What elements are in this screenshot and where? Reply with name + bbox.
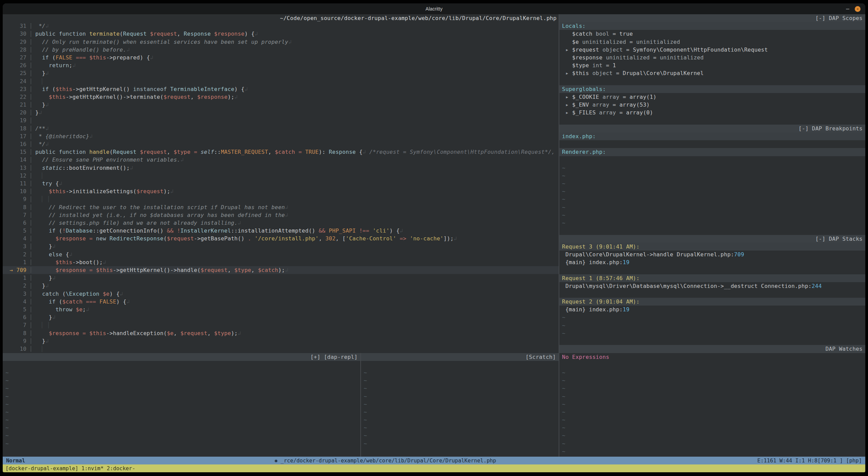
line-number: 30 [5, 30, 26, 38]
filler-line: ~ [559, 369, 865, 377]
dap-scopes-header[interactable]: [-] DAP Scopes [559, 14, 865, 22]
panel-row[interactable]: ▸ $_COOKIE array = array(1) [559, 93, 865, 101]
code-line[interactable]: 10 $this->initializeSettings($request);↲ [3, 187, 559, 195]
gutter-separator [26, 125, 35, 132]
code-line[interactable]: 17 * {@inheritdoc}↲ [3, 132, 559, 140]
code-line[interactable]: 20}↲ [3, 109, 559, 116]
code-line[interactable]: 28 // by preHandle() before.↲ [3, 46, 559, 54]
tilde-marker: ~ [562, 180, 565, 187]
filler-line: ~ [559, 392, 865, 400]
eol-marker-icon: ↲ [285, 212, 288, 218]
tmux-window-list[interactable]: 1:nvim* 2:docker- [82, 465, 135, 472]
code-text: $this->initializeSettings($request);↲ [35, 187, 559, 195]
panel-row[interactable]: ▸ $request object = Symfony\Component\Ht… [559, 46, 865, 54]
tilde-marker: ~ [364, 401, 367, 407]
panel-row[interactable]: ▸ $this object = Drupal\Core\DrupalKerne… [559, 69, 865, 77]
dap-stacks-body: Request 3 (9:01:41 AM): Drupal\Core\Drup… [559, 243, 865, 345]
dap-scopes-panel: [-] DAP Scopes Locals: $catch bool = tru… [559, 14, 865, 125]
dap-watches-panel: DAP Watches No Expressions~~~~~~~~~~~ [559, 345, 865, 457]
titlebar[interactable]: Alacritty – × [3, 3, 865, 14]
line-number: 14 [5, 156, 26, 164]
code-line[interactable]: 19 [3, 116, 559, 124]
blank-line [559, 156, 865, 164]
file-modified-icon: ✱ [274, 458, 277, 464]
eol-marker-icon: ↲ [89, 133, 93, 140]
code-line[interactable]: 25 }↲ [3, 69, 559, 77]
minimize-button[interactable]: – [846, 6, 849, 12]
gutter-separator [26, 46, 35, 54]
code-line[interactable]: 31 */↲ [3, 22, 559, 30]
eol-marker-icon: ↲ [39, 109, 42, 116]
blank-line [3, 361, 360, 369]
code-text: $response = $this->getHttpKernel()->hand… [35, 266, 559, 274]
code-line[interactable]: 5 throw $e;↲ [3, 306, 559, 313]
code-line[interactable]: 4 if ($catch === FALSE) {↲ [3, 298, 559, 306]
filler-line: ~ [559, 219, 865, 227]
code-line[interactable]: 16 */↲ [3, 140, 559, 148]
code-line[interactable]: 6 // settings.php file) and we are not a… [3, 219, 559, 227]
filler-line: ~ [559, 400, 865, 408]
code-line[interactable]: 11 try {↲ [3, 180, 559, 187]
code-line[interactable]: 27 if (FALSE === $this->prepared) {↲ [3, 54, 559, 61]
line-number: 8 [5, 203, 26, 211]
tilde-marker: ~ [364, 393, 367, 400]
dap-stacks-header[interactable]: [-] DAP Stacks [559, 235, 865, 243]
code-line[interactable]: 15public function handle(Request $reques… [3, 148, 559, 156]
code-line[interactable]: 9▏▏ [3, 195, 559, 203]
indent-guide-icon: ▏ [49, 195, 52, 203]
code-line[interactable]: 8 // Redirect the user to the installati… [3, 203, 559, 211]
tilde-marker: ~ [562, 212, 565, 218]
tilde-marker: ~ [5, 440, 9, 447]
panel-row[interactable]: ▸ $_FILES array = array(0) [559, 109, 865, 116]
code-line[interactable]: 4 $response = new RedirectResponse($requ… [3, 235, 559, 242]
code-line[interactable]: 9 }↲ [3, 337, 559, 345]
code-line[interactable]: 1 $this->boot();↲ [3, 258, 559, 266]
code-line-current[interactable]: → 709 $response = $this->getHttpKernel()… [3, 266, 559, 274]
tilde-marker: ~ [5, 377, 9, 384]
dap-virtual-text: /*request = Symfony\Component\HttpFounda… [366, 149, 555, 155]
tilde-marker: ~ [562, 172, 565, 179]
panel-section-title: index.php: [559, 132, 865, 140]
code-line[interactable]: 14 // Ensure sane PHP environment variab… [3, 156, 559, 164]
code-line[interactable]: 8 $response = $this->handleException($e,… [3, 329, 559, 337]
code-line[interactable]: 13 static::bootEnvironment();↲ [3, 164, 559, 172]
dap-watches-header[interactable]: DAP Watches [559, 345, 865, 353]
code-editor[interactable]: 31 */↲30public function terminate(Reques… [3, 22, 559, 353]
code-line[interactable]: 3 }↲ [3, 242, 559, 250]
panel-row[interactable]: {main} index.php:19 [559, 258, 865, 266]
code-line[interactable]: 23 if ($this->getHttpKernel() instanceof… [3, 85, 559, 93]
dap-repl-body[interactable]: ~~~~~~~~~~ [3, 361, 360, 457]
code-line[interactable]: 29 // Only run terminate() when essentia… [3, 38, 559, 46]
panel-row[interactable]: {main} index.php:19 [559, 306, 865, 313]
code-line[interactable]: 26 return;↲ [3, 61, 559, 69]
gutter-separator [26, 211, 35, 219]
code-line[interactable]: 7 // installed yet (i.e., if no $databas… [3, 211, 559, 219]
panel-row[interactable]: Drupal\Core\DrupalKernel->handle DrupalK… [559, 251, 865, 258]
tilde-marker: ~ [364, 377, 367, 384]
code-line[interactable]: 22 $this->getHttpKernel()->terminate($re… [3, 93, 559, 101]
code-line[interactable]: 24▏ [3, 77, 559, 85]
code-line[interactable]: 3 catch (\Exception $e) {↲ [3, 290, 559, 298]
code-line[interactable]: 21 }↲ [3, 101, 559, 109]
code-line[interactable]: 5 if (!Database::getConnectionInfo() && … [3, 227, 559, 235]
panel-row[interactable]: ▸ $_ENV array = array(53) [559, 101, 865, 109]
code-line[interactable]: 2 else {↲ [3, 251, 559, 258]
dap-breakpoints-header[interactable]: [-] DAP Breakpoints [559, 125, 865, 132]
scratch-body[interactable]: ~~~~~~~~~~ [361, 361, 559, 457]
code-line[interactable]: 6 }↲ [3, 313, 559, 321]
code-line[interactable]: 18/**↲ [3, 125, 559, 132]
dap-breakpoints-body: index.php:Renderer.php:~~~~~~~~ [559, 132, 865, 235]
code-line[interactable]: 30public function terminate(Request $req… [3, 30, 559, 38]
scratch-header[interactable]: [Scratch] [361, 353, 559, 361]
code-line[interactable]: 12▏ [3, 172, 559, 180]
code-line[interactable]: 1 }↲ [3, 274, 559, 282]
tilde-marker: ~ [364, 424, 367, 431]
code-line[interactable]: 7▏▏ [3, 321, 559, 329]
code-line[interactable]: 2 }↲ [3, 282, 559, 290]
filler-line: ~ [361, 400, 559, 408]
code-line[interactable]: 10▏ [3, 345, 559, 353]
dap-repl-header[interactable]: [+] [dap-repl] [3, 353, 360, 361]
code-text: $response = new RedirectResponse($reques… [35, 235, 559, 242]
panel-row[interactable]: Drupal\mysql\Driver\Database\mysql\Conne… [559, 282, 865, 290]
close-button[interactable]: × [855, 6, 861, 12]
